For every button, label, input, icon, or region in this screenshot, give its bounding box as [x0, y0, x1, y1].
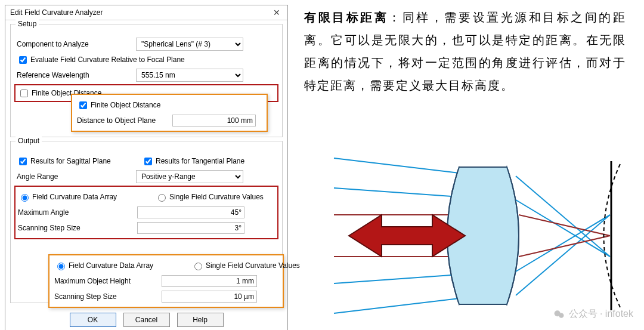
component-label: Component to Analyze	[17, 40, 136, 48]
radio-single-row[interactable]: Single Field Curvature Values	[155, 192, 274, 202]
radio-array[interactable]	[21, 194, 29, 202]
dialog-edit-field-curvature: Edit Field Curvature Analyzer ✕ Setup Co…	[5, 5, 288, 330]
callout-finite-checkbox[interactable]	[79, 101, 87, 109]
callout-radio-single-label: Single Field Curvature Values	[206, 261, 300, 270]
radio-single[interactable]	[158, 194, 166, 202]
article-text: 有限目标距离：同样，需要设置光源和目标之间的距离。它可以是无限大的，也可以是特定…	[304, 6, 626, 97]
max-angle-input[interactable]	[137, 206, 244, 218]
radio-single-label: Single Field Curvature Values	[169, 193, 264, 201]
ref-wavelength-select[interactable]: 555.15 nm	[136, 69, 243, 82]
results-tangential-checkbox[interactable]	[144, 158, 152, 165]
callout-max-height-label: Maximum Object Height	[54, 277, 162, 285]
wechat-icon	[553, 309, 565, 320]
svg-line-11	[516, 215, 610, 272]
cancel-button[interactable]: Cancel	[123, 313, 170, 327]
watermark-label: 公众号 · infotek	[569, 308, 633, 320]
scan-step-label: Scanning Step Size	[18, 224, 137, 232]
svg-line-2	[334, 275, 459, 283]
callout-radio-array[interactable]	[57, 263, 65, 270]
callout-distance-input[interactable]	[172, 115, 256, 127]
finite-object-checkbox[interactable]	[20, 90, 28, 97]
svg-line-9	[516, 176, 610, 257]
results-tangential-label: Results for Tangential Plane	[156, 157, 244, 165]
dialog-buttons: OK Cancel Help	[5, 307, 287, 330]
scan-step-input[interactable]	[137, 222, 244, 234]
callout-scan-step-label: Scanning Step Size	[54, 292, 162, 301]
data-array-highlight: Field Curvature Data Array Single Field …	[14, 186, 278, 239]
setup-group-title: Setup	[16, 20, 39, 28]
callout-max-height-input[interactable]	[162, 275, 257, 287]
svg-line-3	[334, 298, 459, 313]
dialog-title: Edit Field Curvature Analyzer	[10, 8, 103, 17]
angle-range-select[interactable]: Positive y-Range	[136, 170, 243, 183]
radio-array-row[interactable]: Field Curvature Data Array	[18, 192, 137, 202]
callout-radio-single-row[interactable]: Single Field Curvature Values	[191, 261, 311, 270]
max-angle-label: Maximum Angle	[18, 208, 137, 217]
radio-array-label: Field Curvature Data Array	[32, 193, 117, 201]
titlebar: Edit Field Curvature Analyzer ✕	[5, 5, 287, 20]
svg-line-1	[334, 188, 459, 197]
article-heading: 有限目标距离	[304, 11, 388, 24]
angle-range-label: Angle Range	[17, 172, 136, 181]
callout-radio-array-label: Field Curvature Data Array	[69, 261, 153, 270]
svg-line-10	[516, 200, 610, 257]
callout-distance-label: Distance to Object Plane	[77, 116, 172, 125]
svg-line-12	[516, 215, 610, 295]
ok-button[interactable]: OK	[70, 313, 116, 327]
lens-diagram	[310, 149, 632, 322]
evaluate-relative-checkbox[interactable]	[19, 56, 27, 64]
callout-object-height: Field Curvature Data Array Single Field …	[48, 254, 284, 308]
results-sagittal-label: Results for Sagittal Plane	[30, 157, 111, 165]
svg-point-18	[559, 313, 564, 317]
help-button[interactable]: Help	[177, 313, 224, 327]
component-select[interactable]: "Spherical Lens" (# 3)	[136, 38, 243, 51]
output-group-title: Output	[16, 137, 42, 145]
callout-finite-label: Finite Object Distance	[91, 101, 160, 109]
callout-radio-array-row[interactable]: Field Curvature Data Array	[54, 261, 174, 270]
ref-wavelength-label: Reference Wavelength	[17, 71, 136, 79]
callout-scan-step-input[interactable]	[162, 291, 257, 303]
watermark: 公众号 · infotek	[553, 308, 633, 320]
callout-finite-object: Finite Object Distance Distance to Objec…	[71, 94, 268, 132]
results-sagittal-checkbox[interactable]	[19, 158, 27, 165]
svg-line-0	[334, 158, 459, 173]
close-icon[interactable]: ✕	[271, 8, 283, 17]
evaluate-relative-label: Evaluate Field Curvature Relative to Foc…	[30, 55, 185, 64]
callout-radio-single[interactable]	[194, 263, 202, 270]
